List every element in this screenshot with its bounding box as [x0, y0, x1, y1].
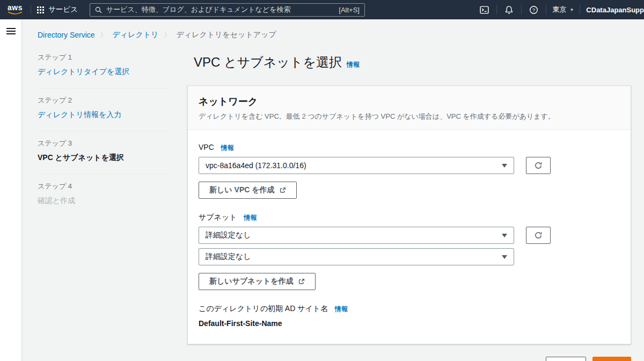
network-card-header: ネットワーク ディレクトリを含む VPC。最低 2 つのサブネットを持つ VPC…	[188, 86, 631, 130]
caret-down-icon: ▼	[569, 8, 574, 12]
notifications-button[interactable]	[503, 5, 515, 15]
ad-site-info-link[interactable]: 情報	[335, 305, 348, 313]
step-3-label: VPC とサブネットを選択	[38, 153, 168, 163]
search-placeholder: サービス、特徴、ブログ、およびドキュメントなどを検索	[106, 5, 334, 15]
subnet-2-selected-value: 詳細設定なし	[206, 252, 251, 262]
caret-down-icon	[502, 255, 507, 259]
breadcrumb: Directory Service 〉 ディレクトリ 〉 ディレクトリをセットア…	[38, 30, 631, 40]
wizard-steps-nav: ステップ 1 ディレクトリタイプを選択 ステップ 2 ディレクトリ情報を入力 ス…	[38, 53, 168, 361]
nav-divider	[496, 5, 497, 15]
nav-divider	[521, 5, 522, 15]
aws-smile-icon	[8, 11, 23, 15]
region-label: 東京	[552, 5, 566, 15]
subnet-info-link[interactable]: 情報	[244, 214, 257, 221]
next-button[interactable]: 次へ	[592, 357, 631, 361]
vpc-selected-value: vpc-8a16a4ed (172.31.0.0/16)	[206, 161, 306, 170]
caret-down-icon	[502, 234, 507, 237]
account-name: CDataJapanSupp	[586, 6, 644, 14]
external-link-icon	[280, 187, 286, 193]
breadcrumb-separator-icon: 〉	[100, 30, 107, 40]
subnet-field-label: サブネット 情報	[199, 213, 620, 222]
hamburger-menu-button[interactable]	[6, 26, 16, 36]
step-1-number: ステップ 1	[38, 53, 168, 62]
create-subnet-button[interactable]: 新しいサブネットを作成	[199, 273, 316, 290]
services-menu-button[interactable]: サービス	[37, 5, 78, 15]
step-2-number: ステップ 2	[38, 96, 168, 105]
ad-site-field-label: このディレクトリの初期 AD サイト名 情報	[199, 304, 620, 314]
subnet-refresh-button[interactable]	[526, 227, 551, 244]
step-1-link[interactable]: ディレクトリタイプを選択	[38, 67, 168, 77]
caret-down-icon	[502, 164, 507, 168]
wizard-step-1: ステップ 1 ディレクトリタイプを選択	[38, 53, 168, 89]
content-area: Directory Service 〉 ディレクトリ 〉 ディレクトリをセットア…	[22, 19, 644, 361]
breadcrumb-directory-service[interactable]: Directory Service	[38, 31, 95, 39]
aws-logo-text: aws	[8, 4, 23, 11]
create-vpc-button[interactable]: 新しい VPC を作成	[199, 182, 297, 199]
vpc-info-link[interactable]: 情報	[221, 144, 234, 151]
page-title: VPC とサブネットを選択	[194, 54, 342, 71]
network-card-title: ネットワーク	[199, 95, 620, 108]
help-button[interactable]: ?	[528, 5, 540, 15]
subnet-select-1[interactable]: 詳細設定なし	[199, 227, 514, 244]
ad-site-name-value: Default-First-Site-Name	[199, 319, 620, 328]
cloudshell-button[interactable]	[478, 5, 491, 15]
svg-text:?: ?	[532, 7, 535, 12]
nav-divider	[546, 5, 546, 15]
breadcrumb-separator-icon: 〉	[164, 30, 171, 40]
breadcrumb-current-page: ディレクトリをセットアップ	[177, 30, 276, 40]
page-title-info-link[interactable]: 情報	[347, 60, 360, 69]
vpc-label-text: VPC	[199, 143, 214, 151]
step-2-link[interactable]: ディレクトリ情報を入力	[38, 110, 168, 120]
search-icon	[95, 6, 102, 13]
services-grid-icon	[37, 6, 44, 13]
step-4-number: ステップ 4	[38, 182, 168, 191]
external-link-icon	[298, 278, 305, 285]
wizard-footer-actions: キャンセル 戻る 次へ	[187, 357, 631, 361]
refresh-icon	[534, 161, 543, 170]
nav-divider	[580, 5, 580, 15]
network-card-description: ディレクトリを含む VPC。最低 2 つのサブネットを持つ VPC がない場合は…	[199, 112, 620, 121]
subnet-label-text: サブネット	[199, 213, 237, 221]
nav-divider	[31, 5, 31, 15]
account-menu[interactable]: CDataJapanSupp	[586, 6, 644, 14]
refresh-icon	[534, 231, 543, 240]
step-4-label: 確認と作成	[38, 196, 168, 206]
main-panel: VPC とサブネットを選択 情報 ネットワーク ディレクトリを含む VPC。最低…	[187, 53, 631, 361]
vpc-select[interactable]: vpc-8a16a4ed (172.31.0.0/16)	[199, 157, 514, 174]
aws-logo[interactable]: aws	[8, 4, 23, 15]
back-button[interactable]: 戻る	[546, 357, 586, 361]
create-vpc-button-label: 新しい VPC を作成	[209, 185, 275, 195]
wizard-step-4: ステップ 4 確認と作成	[38, 175, 168, 217]
services-label: サービス	[48, 5, 78, 15]
breadcrumb-directories[interactable]: ディレクトリ	[113, 30, 159, 40]
search-input[interactable]: サービス、特徴、ブログ、およびドキュメントなどを検索 [Alt+S]	[90, 3, 365, 17]
bell-icon	[504, 5, 514, 15]
cloudshell-terminal-icon	[480, 5, 489, 15]
vpc-field-label: VPC 情報	[199, 143, 620, 153]
top-navigation-bar: aws サービス サービス、特徴、ブログ、およびドキュメントなどを検索 [Alt…	[0, 0, 644, 19]
subnet-select-2[interactable]: 詳細設定なし	[199, 248, 514, 265]
subnet-1-selected-value: 詳細設定なし	[206, 230, 251, 240]
side-rail	[0, 19, 22, 361]
vpc-refresh-button[interactable]	[526, 157, 551, 174]
nav-right-group: ? 東京 ▼ CDataJapanSupp	[478, 5, 644, 15]
step-3-number: ステップ 3	[38, 139, 168, 148]
question-circle-icon: ?	[529, 5, 538, 15]
page-body: Directory Service 〉 ディレクトリ 〉 ディレクトリをセットア…	[0, 19, 644, 361]
wizard-step-2: ステップ 2 ディレクトリ情報を入力	[38, 89, 168, 132]
network-card: ネットワーク ディレクトリを含む VPC。最低 2 つのサブネットを持つ VPC…	[187, 85, 631, 344]
network-card-body: VPC 情報 vpc-8a16a4ed (172.31.0.0/16)	[188, 130, 631, 344]
region-selector[interactable]: 東京 ▼	[552, 5, 574, 15]
ad-site-label-text: このディレクトリの初期 AD サイト名	[199, 304, 328, 313]
wizard-step-3-current: ステップ 3 VPC とサブネットを選択	[38, 132, 168, 175]
search-shortcut-hint: [Alt+S]	[339, 6, 360, 14]
create-subnet-button-label: 新しいサブネットを作成	[209, 277, 294, 286]
